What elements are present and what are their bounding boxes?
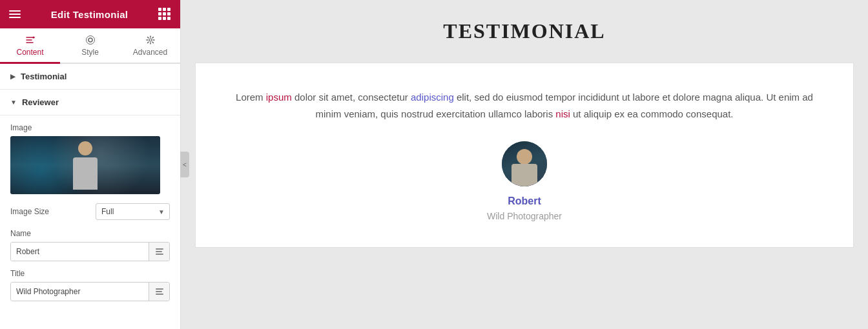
- top-bar: Edit Testimonial: [0, 0, 180, 28]
- tab-content-label: Content: [16, 48, 43, 57]
- person-silhouette: [71, 141, 100, 190]
- svg-point-0: [32, 37, 34, 39]
- reviewer-title: Wild Photographer: [487, 211, 562, 221]
- tab-style[interactable]: Style: [60, 28, 120, 64]
- adipiscing-highlight: adipiscing: [411, 92, 454, 103]
- svg-point-1: [88, 38, 92, 42]
- name-list-icon: [156, 248, 163, 255]
- name-input-wrapper: [10, 242, 170, 261]
- style-icon: [85, 35, 96, 45]
- testimonial-text-line2: minim veniam, quis nostrud exercitation …: [316, 108, 734, 119]
- name-input[interactable]: [11, 243, 149, 261]
- image-preview-inner: [10, 136, 160, 194]
- collapse-handle[interactable]: [180, 152, 189, 177]
- testimonial-section-label: Testimonial: [21, 72, 67, 81]
- title-label: Title: [10, 269, 170, 278]
- title-input-wrapper: [10, 282, 170, 301]
- testimonial-arrow: [10, 73, 16, 80]
- testimonial-card: Lorem ipsum dolor sit amet, consectetur …: [195, 63, 854, 248]
- name-list-button[interactable]: [149, 243, 169, 261]
- person-head: [78, 141, 92, 155]
- hamburger-icon[interactable]: [9, 10, 21, 18]
- reviewer-section-header[interactable]: Reviewer: [0, 90, 180, 115]
- title-list-icon: [156, 288, 163, 295]
- nisi-highlight: nisi: [555, 108, 570, 119]
- reviewer-arrow: [10, 99, 17, 106]
- title-row: Title: [10, 269, 170, 301]
- tab-advanced-label: Advanced: [133, 48, 167, 57]
- image-preview: [10, 136, 160, 194]
- avatar-inner: [502, 141, 547, 186]
- grid-icon[interactable]: [158, 8, 171, 21]
- page-title: TESTIMONIAL: [443, 19, 605, 43]
- title-list-button[interactable]: [149, 283, 169, 301]
- reviewer-section-content: Image Image Size Full Thumbnail Medium: [0, 115, 180, 317]
- name-label: Name: [10, 229, 170, 238]
- testimonial-section-header[interactable]: Testimonial: [0, 64, 180, 90]
- tab-content[interactable]: Content: [0, 28, 60, 64]
- tab-advanced[interactable]: Advanced: [120, 28, 180, 64]
- left-panel: Edit Testimonial Content Style: [0, 0, 181, 329]
- panel-content: Testimonial Reviewer Image Image Size: [0, 64, 180, 329]
- avatar-head: [517, 149, 532, 164]
- avatar-body: [512, 164, 537, 186]
- tab-style-label: Style: [81, 48, 99, 57]
- image-size-row: Image Size Full Thumbnail Medium Large ▼: [10, 203, 170, 220]
- content-area: TESTIMONIAL Lorem ipsum dolor sit amet, …: [181, 0, 868, 329]
- testimonial-text-line1: Lorem ipsum dolor sit amet, consectetur …: [236, 92, 813, 103]
- svg-point-2: [86, 36, 94, 45]
- image-size-select-wrapper: Full Thumbnail Medium Large ▼: [96, 203, 170, 220]
- reviewer-name: Robert: [508, 195, 541, 207]
- image-label: Image: [10, 123, 170, 132]
- svg-point-3: [149, 39, 152, 41]
- tabs-bar: Content Style Advanced: [0, 28, 180, 64]
- panel-title: Edit Testimonial: [51, 9, 129, 20]
- image-size-label: Image Size: [10, 207, 49, 216]
- image-size-select[interactable]: Full Thumbnail Medium Large: [96, 203, 170, 220]
- right-area: TESTIMONIAL Lorem ipsum dolor sit amet, …: [181, 0, 868, 329]
- name-row: Name: [10, 229, 170, 261]
- title-input[interactable]: [11, 283, 149, 301]
- person-body: [73, 157, 98, 190]
- reviewer-section-label: Reviewer: [22, 97, 59, 107]
- testimonial-text: Lorem ipsum dolor sit amet, consectetur …: [236, 89, 813, 122]
- ipsum-highlight: ipsum: [266, 92, 292, 103]
- content-icon: [25, 35, 36, 45]
- advanced-icon: [145, 35, 156, 45]
- avatar: [502, 141, 547, 186]
